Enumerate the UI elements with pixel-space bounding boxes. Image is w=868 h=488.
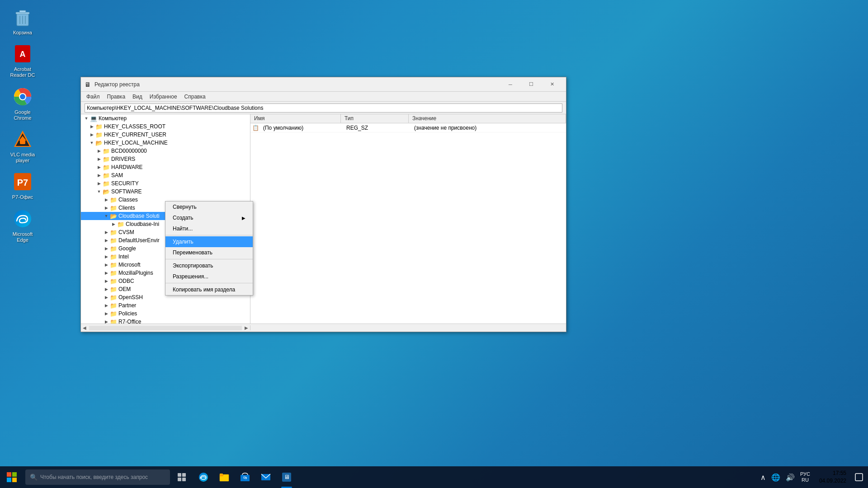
folder-icon: 📁 bbox=[95, 131, 103, 138]
expand-arrow: ▶ bbox=[103, 229, 110, 236]
locale-label: RU bbox=[802, 477, 809, 483]
tray-clock[interactable]: 17:55 04.09.2022 bbox=[816, 469, 850, 485]
right-pane-header: Имя Тип Значение bbox=[250, 114, 566, 123]
scroll-right-arrow[interactable]: ▶ bbox=[243, 325, 250, 330]
ctx-create[interactable]: Создать ▶ bbox=[165, 212, 253, 223]
tree-item-hkcu[interactable]: ▶ 📁 HKEY_CURRENT_USER bbox=[81, 131, 250, 139]
notification-button[interactable] bbox=[850, 466, 868, 488]
vlc-label: VLC mediaplayer bbox=[10, 152, 35, 164]
address-input[interactable] bbox=[85, 103, 562, 113]
folder-icon: 📁 bbox=[110, 205, 117, 211]
tray-network-icon[interactable]: 🌐 bbox=[769, 473, 782, 482]
expand-arrow: ▶ bbox=[103, 245, 110, 252]
start-button[interactable] bbox=[0, 466, 24, 488]
svg-text:A: A bbox=[20, 50, 26, 59]
chrome-icon[interactable]: GoogleChrome bbox=[5, 84, 41, 123]
tree-label: SAM bbox=[111, 172, 250, 178]
expand-arrow: ▼ bbox=[83, 115, 90, 122]
tree-item-security[interactable]: ▶ 📁 SECURITY bbox=[81, 179, 250, 188]
svg-rect-24 bbox=[178, 478, 181, 481]
menu-view[interactable]: Вид bbox=[129, 93, 146, 101]
folder-icon: 📁 bbox=[110, 286, 117, 293]
tray-volume-icon[interactable]: 🔊 bbox=[784, 473, 797, 482]
col-header-type: Тип bbox=[341, 114, 409, 123]
registry-row[interactable]: 📋 (По умолчанию) REG_SZ (значение не при… bbox=[250, 123, 566, 132]
tree-label: Policies bbox=[118, 310, 250, 317]
task-view-button[interactable] bbox=[172, 466, 192, 488]
tray-chevron-icon[interactable]: ∧ bbox=[759, 473, 768, 482]
expand-arrow: ▶ bbox=[103, 302, 110, 309]
tree-item-partner[interactable]: ▶ 📁 Partner bbox=[81, 301, 250, 310]
bottom-bar: ◀ ▶ bbox=[81, 324, 566, 332]
ctx-copy-name[interactable]: Копировать имя раздела bbox=[165, 284, 253, 295]
ctx-rename[interactable]: Переименовать bbox=[165, 247, 253, 258]
tree-item-bcd[interactable]: ▶ 📁 BCD00000000 bbox=[81, 147, 250, 155]
expand-arrow: ▶ bbox=[103, 286, 110, 293]
col-header-name: Имя bbox=[250, 114, 341, 123]
taskbar-store[interactable]: 🛍 bbox=[235, 466, 255, 488]
expand-arrow: ▶ bbox=[103, 237, 110, 244]
svg-rect-23 bbox=[182, 473, 186, 477]
tree-item-policies[interactable]: ▶ 📁 Policies bbox=[81, 310, 250, 318]
folder-icon: 📁 bbox=[110, 294, 117, 301]
ctx-collapse[interactable]: Свернуть bbox=[165, 202, 253, 212]
acrobat-label: AcrobatReader DC bbox=[10, 66, 35, 78]
tree-item-sam[interactable]: ▶ 📁 SAM bbox=[81, 171, 250, 179]
menu-favorites[interactable]: Избранное bbox=[146, 93, 181, 101]
tree-item-r7office[interactable]: ▶ 📁 R7-Office bbox=[81, 318, 250, 324]
ctx-permissions-label: Разрешения... bbox=[173, 273, 208, 280]
ctx-find[interactable]: Найти... bbox=[165, 223, 253, 234]
r7-icon[interactable]: Р7 Р7-Офис bbox=[5, 169, 41, 202]
ctx-create-label: Создать bbox=[173, 215, 193, 221]
close-button[interactable]: ✕ bbox=[542, 77, 562, 92]
context-menu: Свернуть Создать ▶ Найти... Удалить Пере… bbox=[165, 201, 253, 296]
menu-help[interactable]: Справка bbox=[181, 93, 209, 101]
tree-label: HKEY_LOCAL_MACHINE bbox=[104, 140, 250, 146]
tree-item-hklm[interactable]: ▼ 📂 HKEY_LOCAL_MACHINE bbox=[81, 139, 250, 147]
search-icon: 🔍 bbox=[30, 474, 38, 481]
tree-label: HKEY_CURRENT_USER bbox=[104, 131, 250, 138]
expand-arrow: ▶ bbox=[95, 180, 103, 187]
minimize-button[interactable]: ─ bbox=[500, 77, 521, 92]
edge-icon[interactable]: MicrosoftEdge bbox=[5, 206, 41, 245]
recycle-bin-icon[interactable]: Корзина bbox=[5, 5, 41, 38]
tree-item-hkcr[interactable]: ▶ 📁 HKEY_CLASSES_ROOT bbox=[81, 122, 250, 131]
expand-arrow: ▶ bbox=[103, 277, 110, 285]
maximize-button[interactable]: ☐ bbox=[521, 77, 542, 92]
tree-label: DRIVERS bbox=[111, 156, 250, 162]
ctx-permissions[interactable]: Разрешения... bbox=[165, 271, 253, 282]
taskbar-mail[interactable] bbox=[256, 466, 276, 488]
tree-item-hardware[interactable]: ▶ 📁 HARDWARE bbox=[81, 163, 250, 171]
tree-item-drivers[interactable]: ▶ 📁 DRIVERS bbox=[81, 155, 250, 163]
folder-icon: 📁 bbox=[110, 253, 117, 260]
tree-item-computer[interactable]: ▼ 💻 Компьютер bbox=[81, 114, 250, 122]
acrobat-icon[interactable]: A AcrobatReader DC bbox=[5, 41, 41, 80]
search-bar[interactable]: 🔍 Чтобы начать поиск, введите здесь запр… bbox=[25, 469, 170, 485]
svg-rect-18 bbox=[7, 472, 11, 477]
taskbar-explorer[interactable] bbox=[214, 466, 234, 488]
scroll-left-arrow[interactable]: ◀ bbox=[81, 325, 88, 330]
tree-label: Компьютер bbox=[99, 115, 250, 122]
ctx-delete[interactable]: Удалить bbox=[165, 236, 253, 247]
taskbar-edge[interactable] bbox=[193, 466, 213, 488]
registry-window: 🖥 Редактор реестра ─ ☐ ✕ Файл Правка Вид… bbox=[80, 77, 566, 332]
reg-value: (значение не присвоено) bbox=[410, 125, 480, 131]
folder-icon: 📁 bbox=[117, 221, 124, 228]
expand-arrow: ▶ bbox=[103, 261, 110, 268]
expand-arrow: ▶ bbox=[110, 221, 117, 228]
svg-rect-20 bbox=[7, 478, 11, 482]
menu-file[interactable]: Файл bbox=[83, 93, 104, 101]
ctx-collapse-label: Свернуть bbox=[173, 204, 197, 210]
menu-edit[interactable]: Правка bbox=[104, 93, 129, 101]
tree-item-software[interactable]: ▼ 📂 SOFTWARE bbox=[81, 188, 250, 196]
ctx-copy-name-label: Копировать имя раздела bbox=[173, 286, 235, 293]
folder-icon: 📂 bbox=[95, 140, 103, 146]
language-indicator[interactable]: РУС RU bbox=[798, 471, 812, 483]
window-controls: ─ ☐ ✕ bbox=[500, 77, 562, 92]
ctx-export[interactable]: Экспортировать bbox=[165, 260, 253, 271]
vlc-icon[interactable]: VLC mediaplayer bbox=[5, 127, 41, 165]
taskbar-regedit[interactable]: 🖥 bbox=[277, 466, 297, 488]
taskbar-apps: 🛍 🖥 bbox=[193, 466, 297, 488]
expand-arrow: ▶ bbox=[103, 294, 110, 301]
svg-text:🛍: 🛍 bbox=[243, 475, 247, 480]
